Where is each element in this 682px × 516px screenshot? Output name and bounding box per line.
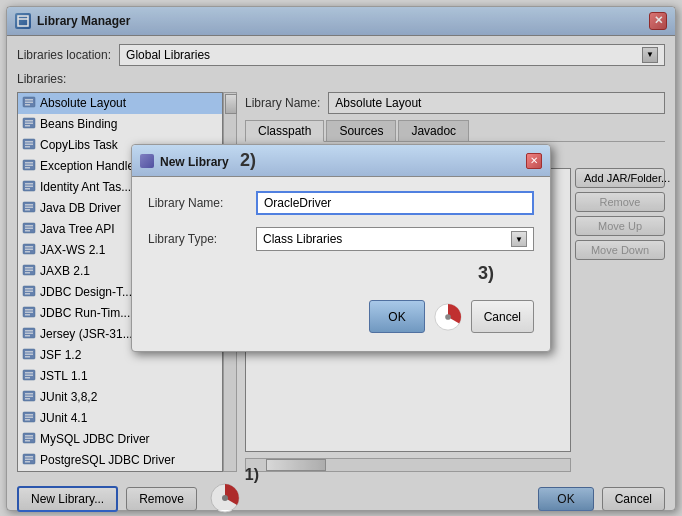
step3-area: 3) [148,263,534,284]
cursor-area [433,300,463,333]
sub-library-type-value: Class Libraries [263,232,342,246]
sub-dialog: New Library 2) ✕ Library Name: Library T… [131,144,551,352]
sub-dialog-title: New Library 2) [160,150,256,171]
sub-library-type-combo[interactable]: Class Libraries ▼ [256,227,534,251]
sub-title-left: New Library 2) [140,150,256,171]
sub-library-name-label: Library Name: [148,196,248,210]
sub-cancel-button[interactable]: Cancel [471,300,534,333]
sub-library-name-input[interactable] [256,191,534,215]
sub-dialog-icon [140,154,154,168]
sub-buttons: OK Cancel [148,296,534,337]
sub-library-name-row: Library Name: [148,191,534,215]
main-dialog: Library Manager ✕ Libraries location: Gl… [6,6,676,511]
sub-title-bar: New Library 2) ✕ [132,145,550,177]
cursor-pie-icon [433,302,463,332]
step2-label: 2) [240,150,256,170]
svg-point-77 [445,314,451,320]
sub-library-type-row: Library Type: Class Libraries ▼ [148,227,534,251]
sub-combo-arrow-icon: ▼ [511,231,527,247]
sub-library-type-label: Library Type: [148,232,248,246]
sub-ok-button[interactable]: OK [369,300,424,333]
overlay: New Library 2) ✕ Library Name: Library T… [7,7,675,510]
step3-label: 3) [478,263,494,284]
sub-body: Library Name: Library Type: Class Librar… [132,177,550,351]
sub-close-button[interactable]: ✕ [526,153,542,169]
